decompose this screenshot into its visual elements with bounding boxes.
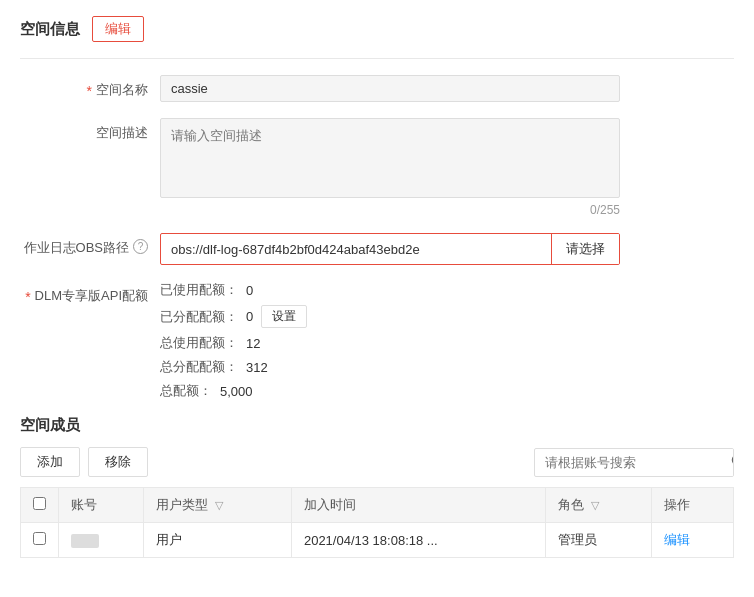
quota-allocated-label: 已分配配额： — [160, 308, 238, 326]
toolbar-left: 添加 移除 — [20, 447, 148, 477]
remove-member-button[interactable]: 移除 — [88, 447, 148, 477]
info-icon[interactable]: ? — [133, 239, 148, 254]
row-action: 编辑 — [652, 523, 734, 558]
char-count: 0/255 — [160, 203, 620, 217]
col-join-time: 加入时间 — [291, 488, 545, 523]
user-type-filter-icon[interactable]: ▽ — [215, 499, 223, 512]
col-role: 角色 ▽ — [545, 488, 652, 523]
quota-total-used-label: 总使用配额： — [160, 334, 238, 352]
quota-total-value: 5,000 — [220, 384, 253, 399]
row-checkbox[interactable] — [33, 532, 46, 545]
quota-used-value: 0 — [246, 283, 253, 298]
member-table: 账号 用户类型 ▽ 加入时间 角色 ▽ 操作 — [20, 487, 734, 558]
row-role: 管理员 — [545, 523, 652, 558]
space-desc-control: 0/255 — [160, 118, 620, 217]
section-title: 空间信息 编辑 — [20, 16, 734, 42]
space-desc-label: 空间描述 — [20, 118, 160, 142]
row-user-type: 用户 — [143, 523, 291, 558]
edit-button[interactable]: 编辑 — [92, 16, 144, 42]
form-space-desc: 空间描述 0/255 — [20, 118, 734, 217]
edit-member-link[interactable]: 编辑 — [664, 532, 690, 547]
form-quota: * DLM专享版API配额 已使用配额： 0 已分配配额： 0 设置 总使用配额… — [20, 281, 734, 400]
form-obs-path: 作业日志OBS路径 ? 请选择 — [20, 233, 734, 265]
search-wrapper — [534, 448, 734, 477]
col-account: 账号 — [59, 488, 144, 523]
search-icon-button[interactable] — [723, 449, 734, 476]
member-section-title: 空间成员 — [20, 416, 734, 435]
quota-section: 已使用配额： 0 已分配配额： 0 设置 总使用配额： 12 总分配配额： 31… — [160, 281, 620, 400]
avatar — [71, 534, 99, 548]
obs-path-input[interactable] — [161, 236, 551, 263]
col-user-type: 用户类型 ▽ — [143, 488, 291, 523]
required-star: * — [87, 81, 92, 102]
space-name-input[interactable] — [160, 75, 620, 102]
member-toolbar: 添加 移除 — [20, 447, 734, 477]
quota-total-label: 总配额： — [160, 382, 212, 400]
quota-set-button[interactable]: 设置 — [261, 305, 307, 328]
quota-used-row: 已使用配额： 0 — [160, 281, 620, 299]
quota-allocated-row: 已分配配额： 0 设置 — [160, 305, 620, 328]
search-input[interactable] — [535, 450, 723, 475]
space-desc-textarea[interactable] — [160, 118, 620, 198]
role-filter-icon[interactable]: ▽ — [591, 499, 599, 512]
obs-path-wrapper: 请选择 — [160, 233, 620, 265]
table-header-row: 账号 用户类型 ▽ 加入时间 角色 ▽ 操作 — [21, 488, 734, 523]
quota-total-used-value: 12 — [246, 336, 260, 351]
quota-label: * DLM专享版API配额 — [20, 281, 160, 308]
obs-select-button[interactable]: 请选择 — [551, 234, 619, 264]
row-account — [59, 523, 144, 558]
col-checkbox — [21, 488, 59, 523]
form-space-name: * 空间名称 — [20, 75, 734, 102]
quota-total-allocated-row: 总分配配额： 312 — [160, 358, 620, 376]
col-action: 操作 — [652, 488, 734, 523]
table-row: 用户 2021/04/13 18:08:18 ... 管理员 编辑 — [21, 523, 734, 558]
row-checkbox-cell — [21, 523, 59, 558]
row-join-time: 2021/04/13 18:08:18 ... — [291, 523, 545, 558]
space-name-control — [160, 75, 620, 102]
quota-total-allocated-value: 312 — [246, 360, 268, 375]
quota-total-used-row: 总使用配额： 12 — [160, 334, 620, 352]
add-member-button[interactable]: 添加 — [20, 447, 80, 477]
search-icon — [731, 454, 734, 468]
header-divider — [20, 58, 734, 59]
quota-used-label: 已使用配额： — [160, 281, 238, 299]
quota-total-row: 总配额： 5,000 — [160, 382, 620, 400]
quota-total-allocated-label: 总分配配额： — [160, 358, 238, 376]
obs-path-control: 请选择 — [160, 233, 620, 265]
quota-allocated-value: 0 — [246, 309, 253, 324]
space-name-label: * 空间名称 — [20, 75, 160, 102]
section-title-text: 空间信息 — [20, 20, 80, 39]
svg-point-0 — [733, 455, 735, 464]
required-star-quota: * — [25, 287, 30, 308]
select-all-checkbox[interactable] — [33, 497, 46, 510]
obs-path-label: 作业日志OBS路径 ? — [20, 233, 160, 257]
